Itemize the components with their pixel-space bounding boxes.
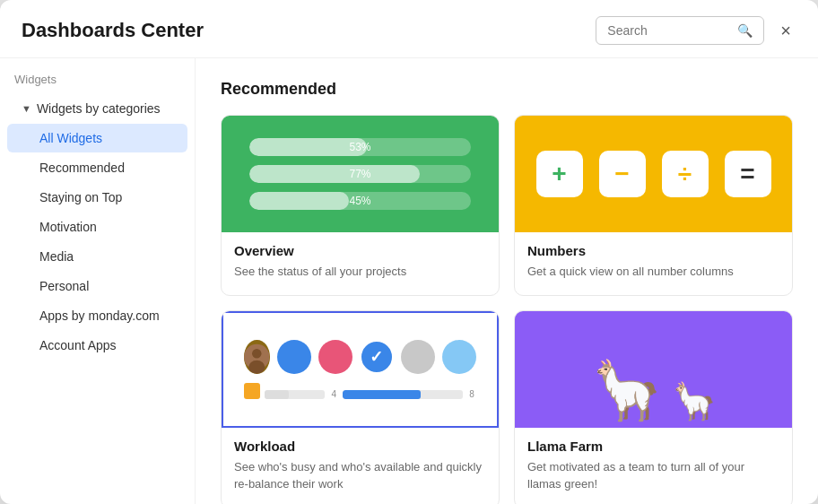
sidebar-item-all-widgets[interactable]: All Widgets [7,124,187,152]
header-right: 🔍 × [596,16,796,45]
w-bar-segment-1 [265,390,325,399]
overview-bars: 53% 77% 45% [249,138,471,210]
sidebar-item-label: Personal [39,279,89,293]
numbers-card-desc: Get a quick view on all number columns [527,263,779,281]
sidebar-item-widgets-by-categories[interactable]: ▼ Widgets by categories [7,94,187,123]
sidebar-item-media[interactable]: Media [7,242,187,271]
llama-card-name: Llama Farm [527,439,779,454]
workload-card-name: Workload [234,439,486,454]
sidebar-item-label: Account Apps [39,338,117,352]
overview-card-body: Overview See the status of all your proj… [222,232,499,295]
equals-icon: = [740,160,754,188]
w-color-box [244,383,260,399]
overview-card[interactable]: 53% 77% 45% [221,115,500,296]
overview-card-desc: See the status of all your projects [234,263,486,281]
sidebar-item-personal[interactable]: Personal [7,272,187,300]
search-box[interactable]: 🔍 [596,16,764,45]
sidebar-item-label: Staying on Top [39,190,122,204]
cards-grid: 53% 77% 45% [221,115,793,504]
equals-icon-box: = [725,151,771,197]
avatar-gray [401,340,435,374]
modal-header: Dashboards Center 🔍 × [0,0,818,58]
bar-row-2: 77% [249,165,471,183]
search-icon: 🔍 [737,23,753,38]
sidebar-item-label: Motivation [39,220,97,234]
llama-small-icon: 🦙 [672,383,717,419]
modal-body: Widgets ▼ Widgets by categories All Widg… [0,58,818,504]
sidebar-item-motivation[interactable]: Motivation [7,213,187,241]
chevron-down-icon: ▼ [22,103,31,114]
modal-title: Dashboards Center [22,19,204,42]
avatar-pink [318,340,352,374]
avatar-blue [277,340,311,374]
sidebar-item-apps-monday[interactable]: Apps by monday.com [7,301,187,330]
numbers-card-name: Numbers [527,243,779,258]
plus-icon: + [552,160,566,188]
llama-card-desc: Get motivated as a team to turn all of y… [527,458,779,493]
workload-inner: ✓ 4 [237,331,483,408]
bar-label-2: 77% [349,168,370,180]
bar-row-1: 53% [249,138,471,156]
sidebar-item-label: Recommended [39,161,125,175]
sidebar-item-staying-on-top[interactable]: Staying on Top [7,183,187,212]
avatar-check: ✓ [360,340,394,374]
minus-icon-box: − [599,151,646,197]
svg-point-1 [252,349,262,359]
dashboards-center-modal: Dashboards Center 🔍 × Widgets ▼ Widgets … [0,0,818,504]
llama-thumbnail: 🦙 🦙 [515,311,792,428]
numbers-thumbnail: + − ÷ = [515,116,792,232]
section-title: Recommended [221,80,793,99]
main-content: Recommended 53% 77% [196,58,818,504]
minus-icon: − [614,160,629,188]
sidebar-item-account-apps[interactable]: Account Apps [7,331,187,360]
w-label-8: 8 [467,389,476,399]
sidebar-categories-label: Widgets by categories [37,101,161,116]
close-button[interactable]: × [775,20,796,41]
llama-big-icon: 🦙 [591,361,663,419]
numbers-card-body: Numbers Get a quick view on all number c… [515,232,792,295]
divide-icon: ÷ [678,160,692,188]
avatar-person [244,340,270,374]
math-icons: + − ÷ = [536,151,771,197]
w-bar-segment-2 [343,390,463,399]
plus-icon-box: + [536,151,583,197]
workload-bars: 4 8 [244,383,476,399]
llama-card-body: Llama Farm Get motivated as a team to tu… [515,428,792,505]
overview-card-name: Overview [234,243,486,258]
workload-card[interactable]: ✓ 4 [221,310,500,505]
divide-icon-box: ÷ [662,151,709,197]
svg-point-2 [249,360,265,373]
workload-avatars: ✓ [244,340,476,374]
bar-row-3: 45% [249,192,471,210]
workload-card-desc: See who's busy and who's available and q… [234,458,486,493]
overview-thumbnail: 53% 77% 45% [222,116,499,232]
avatar-light-blue [442,340,476,374]
bar-label-3: 45% [349,195,370,207]
sidebar-item-label: Apps by monday.com [39,308,160,323]
sidebar-item-recommended[interactable]: Recommended [7,153,187,182]
w-label-4: 4 [329,389,338,399]
sidebar-item-label: All Widgets [39,131,102,145]
search-input[interactable] [607,23,734,38]
llama-scene: 🦙 🦙 [591,311,717,428]
bar-label-1: 53% [349,141,370,153]
sidebar-widgets-label: Widgets [0,73,195,93]
sidebar-item-label: Media [39,249,74,264]
workload-card-body: Workload See who's busy and who's availa… [222,428,499,505]
sidebar: Widgets ▼ Widgets by categories All Widg… [0,58,196,504]
numbers-card[interactable]: + − ÷ = [514,115,793,296]
workload-thumbnail: ✓ 4 [222,311,499,428]
llama-farm-card[interactable]: 🦙 🦙 Llama Farm Get motivated as a team t… [514,310,793,505]
